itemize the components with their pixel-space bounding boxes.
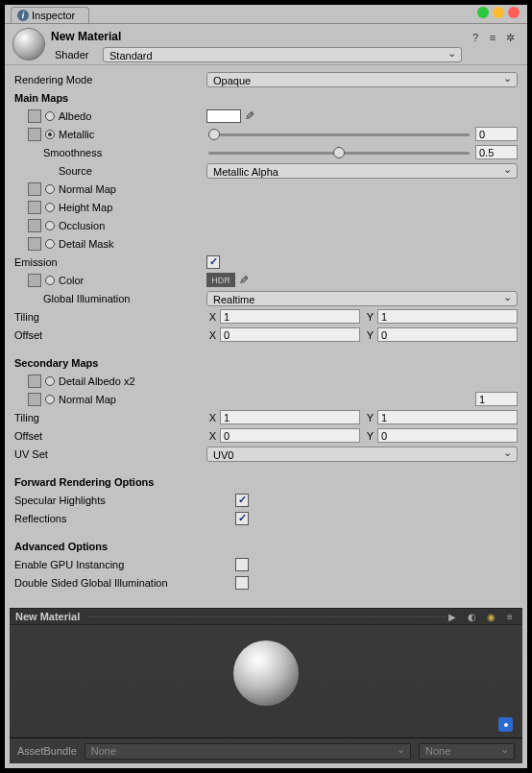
minimize-button[interactable]	[493, 7, 504, 18]
height-label: Height Map	[59, 202, 112, 213]
eyedropper-icon[interactable]: ✎	[239, 274, 249, 287]
uvset-dropdown[interactable]: UV0	[206, 447, 518, 462]
inspector-tab[interactable]: i Inspector	[11, 7, 89, 23]
emission-label: Emission	[14, 256, 206, 268]
height-texture-slot[interactable]	[28, 201, 41, 214]
help-icon[interactable]: ?	[468, 30, 483, 45]
secondary-normal-value[interactable]	[475, 392, 518, 406]
source-dropdown[interactable]: Metallic Alpha	[206, 163, 518, 179]
dsgi-label: Double Sided Global Illumination	[14, 577, 235, 589]
detailmask-texture-slot[interactable]	[28, 237, 41, 251]
normal-toggle[interactable]	[45, 184, 55, 194]
secondary-offset-y[interactable]	[377, 428, 518, 443]
eyedropper-icon[interactable]: ✎	[245, 109, 254, 123]
inspector-window: i Inspector New Material Shader Standard…	[0, 0, 532, 773]
x-label: X	[205, 311, 216, 323]
gpu-instancing-checkbox[interactable]	[235, 558, 249, 571]
material-header: New Material Shader Standard ? ≡ ✲	[5, 24, 527, 65]
albedo-texture-slot[interactable]	[28, 109, 41, 123]
reflections-icon[interactable]: ◉	[484, 610, 497, 623]
gear-icon[interactable]: ✲	[502, 30, 518, 45]
tiling-x[interactable]	[220, 309, 360, 324]
smoothness-value[interactable]	[475, 145, 518, 159]
preset-icon[interactable]: ≡	[485, 30, 500, 45]
window-controls	[477, 7, 520, 18]
secondary-tiling-y[interactable]	[377, 410, 518, 424]
dsgi-checkbox[interactable]	[235, 576, 249, 590]
main-maps-title: Main Maps	[14, 92, 206, 104]
gpu-instancing-label: Enable GPU Instancing	[14, 559, 235, 570]
metallic-label: Metallic	[59, 129, 94, 140]
asset-label-icon[interactable]	[498, 717, 513, 732]
secondary-offset-x[interactable]	[220, 428, 360, 443]
y-label: Y	[362, 412, 374, 423]
rendering-mode-label: Rendering Mode	[14, 74, 206, 85]
y-label: Y	[362, 329, 374, 341]
metallic-texture-slot[interactable]	[28, 128, 41, 141]
metallic-value[interactable]	[475, 127, 518, 141]
offset-x[interactable]	[220, 327, 360, 342]
reflections-checkbox[interactable]: ✓	[235, 512, 249, 525]
options-icon[interactable]: ≡	[503, 610, 517, 623]
offset-label: Offset	[14, 329, 205, 341]
detail-albedo-label: Detail Albedo x2	[59, 375, 135, 387]
tab-label: Inspector	[32, 10, 75, 21]
normal-texture-slot[interactable]	[28, 182, 41, 196]
normal-label: Normal Map	[59, 183, 116, 195]
hdr-color[interactable]: HDR	[206, 273, 235, 287]
gi-dropdown[interactable]: Realtime	[206, 291, 518, 306]
albedo-label: Albedo	[59, 110, 91, 122]
specular-label: Specular Highlights	[14, 495, 235, 506]
close-button[interactable]	[508, 7, 520, 18]
source-label: Source	[14, 165, 206, 177]
play-icon[interactable]: ▶	[446, 610, 459, 623]
titlebar: i Inspector	[5, 5, 527, 24]
rendering-mode-dropdown[interactable]: Opaque	[206, 72, 518, 87]
occlusion-texture-slot[interactable]	[28, 219, 41, 232]
gi-label: Global Illumination	[14, 293, 206, 304]
emission-color-toggle[interactable]	[45, 276, 55, 285]
secondary-offset-label: Offset	[14, 430, 205, 442]
assetbundle-label: AssetBundle	[17, 745, 77, 757]
detailmask-label: Detail Mask	[59, 238, 113, 250]
light-icon[interactable]: ◐	[465, 610, 478, 623]
assetbundle-dropdown[interactable]: None	[85, 743, 411, 760]
specular-checkbox[interactable]: ✓	[235, 494, 249, 507]
x-label: X	[205, 430, 216, 442]
occlusion-toggle[interactable]	[45, 221, 55, 230]
material-preview-icon	[12, 28, 45, 60]
offset-y[interactable]	[377, 327, 518, 342]
albedo-toggle[interactable]	[45, 111, 55, 121]
secondary-normal-texture-slot[interactable]	[28, 393, 41, 406]
metallic-slider[interactable]	[206, 128, 472, 141]
albedo-color[interactable]	[206, 109, 241, 123]
assetbundle-variant-dropdown[interactable]: None	[419, 743, 515, 760]
x-label: X	[205, 412, 216, 423]
tiling-y[interactable]	[377, 309, 518, 324]
secondary-title: Secondary Maps	[14, 357, 206, 369]
shader-dropdown[interactable]: Standard	[103, 47, 462, 62]
preview-sphere[interactable]	[233, 640, 299, 706]
secondary-normal-toggle[interactable]	[45, 395, 55, 404]
detail-albedo-toggle[interactable]	[45, 376, 55, 386]
shader-label: Shader	[51, 49, 97, 60]
smoothness-slider[interactable]	[206, 146, 472, 159]
reflections-label: Reflections	[14, 513, 235, 524]
advanced-title: Advanced Options	[14, 541, 206, 552]
y-label: Y	[362, 430, 374, 442]
zoom-button[interactable]	[477, 7, 489, 18]
secondary-tiling-x[interactable]	[220, 410, 360, 424]
uvset-label: UV Set	[14, 448, 206, 460]
detailmask-toggle[interactable]	[45, 239, 55, 249]
forward-title: Forward Rendering Options	[14, 476, 206, 488]
asset-bundle-footer: AssetBundle None None	[10, 737, 522, 763]
emission-color-label: Color	[59, 275, 84, 286]
height-toggle[interactable]	[45, 203, 55, 212]
emission-checkbox[interactable]: ✓	[206, 255, 220, 269]
metallic-toggle[interactable]	[45, 130, 55, 139]
preview-title: New Material	[15, 611, 80, 622]
preview-panel: New Material ▶ ◐ ◉ ≡	[10, 608, 522, 737]
detail-albedo-texture-slot[interactable]	[28, 374, 41, 388]
emission-color-texture-slot[interactable]	[28, 274, 41, 287]
y-label: Y	[362, 311, 374, 323]
